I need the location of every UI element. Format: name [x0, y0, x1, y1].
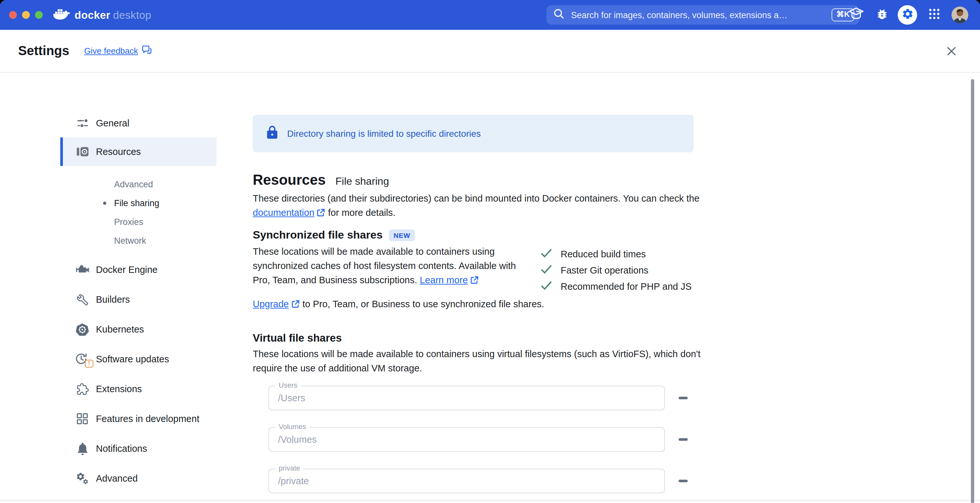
sidebar-item-resources[interactable]: Resources — [60, 137, 216, 166]
sidebar-item-extensions[interactable]: Extensions — [60, 375, 216, 403]
sidebar-item-proxies[interactable]: Proxies — [60, 213, 216, 231]
virtual-description: These locations will be made available t… — [253, 347, 706, 375]
check-icon — [541, 280, 552, 292]
sidebar-item-network[interactable]: Network — [60, 231, 216, 250]
feedback-icon — [142, 45, 152, 57]
minimize-window-button[interactable] — [22, 11, 30, 19]
features-icon — [75, 413, 89, 425]
file-sharing-panel: Directory sharing is limited to specific… — [253, 115, 694, 503]
update-warning-badge: ! — [85, 360, 93, 368]
check-icon — [541, 264, 552, 276]
titlebar: dockerdesktop ⌘K — [0, 0, 980, 30]
remove-share-button[interactable] — [675, 432, 691, 447]
upgrade-line: Upgrade to Pro, Team, or Business to use… — [253, 297, 694, 311]
apps-menu-button[interactable] — [925, 0, 943, 30]
sidebar-item-resources-advanced[interactable]: Advanced — [60, 175, 216, 194]
external-link-icon — [471, 274, 478, 288]
share-path-input[interactable] — [269, 469, 664, 493]
maximize-window-button[interactable] — [35, 11, 43, 19]
search-icon — [554, 8, 565, 22]
docker-engine-icon — [75, 264, 89, 275]
whale-icon — [53, 7, 70, 23]
check-icon — [541, 248, 552, 259]
learn-more-link[interactable]: Learn more — [420, 275, 468, 285]
close-window-button[interactable] — [9, 11, 17, 19]
synchronized-file-shares-heading: Synchronized file shares NEW — [253, 229, 694, 242]
remove-icon — [679, 480, 688, 482]
avatar — [951, 6, 968, 23]
active-bullet — [103, 202, 106, 205]
apps-grid-icon — [929, 8, 940, 21]
remove-icon — [679, 438, 688, 441]
new-badge: NEW — [389, 229, 415, 241]
banner-text: Directory sharing is limited to specific… — [287, 128, 481, 139]
directory-sharing-banner: Directory sharing is limited to specific… — [253, 115, 694, 152]
benefits-list: Reduced build times Faster Git operation… — [534, 246, 692, 294]
benefit-item: Reduced build times — [541, 246, 692, 262]
bug-icon — [876, 8, 889, 22]
docker-desktop-logo: dockerdesktop — [53, 0, 151, 30]
global-search[interactable]: ⌘K — [546, 5, 859, 25]
kubernetes-icon — [75, 323, 89, 336]
settings-button-active[interactable] — [898, 0, 917, 30]
software-updates-icon: ! — [75, 353, 89, 366]
share-row-users: Users — [268, 386, 691, 410]
share-row-volumes: Volumes — [268, 427, 691, 452]
share-path-input[interactable] — [269, 386, 664, 410]
close-settings-button[interactable] — [944, 43, 959, 59]
give-feedback-link[interactable]: Give feedback — [84, 45, 152, 57]
page-title: Settings — [18, 43, 69, 58]
external-link-icon — [317, 206, 325, 220]
resources-heading: Resources — [253, 172, 326, 189]
resources-subsections: Advanced File sharing Proxies Network — [60, 175, 216, 250]
documentation-link[interactable]: documentation — [253, 207, 314, 218]
resources-icon — [75, 146, 89, 158]
share-path-field[interactable]: private — [268, 469, 665, 493]
settings-content: General Resources Advanced — [0, 73, 980, 503]
advanced-icon — [75, 472, 89, 485]
share-path-field[interactable]: Volumes — [268, 427, 665, 452]
sidebar-item-notifications[interactable]: Notifications — [60, 434, 216, 463]
window-controls — [9, 11, 43, 19]
settings-sidebar: General Resources Advanced — [60, 109, 216, 493]
learning-center-icon — [848, 7, 864, 23]
sidebar-item-docker-engine[interactable]: Docker Engine — [60, 255, 216, 284]
notifications-icon — [75, 443, 89, 455]
learning-center-button[interactable] — [846, 0, 866, 30]
settings-header: Settings Give feedback — [0, 30, 980, 73]
extensions-icon — [75, 383, 89, 395]
intro-paragraph: These directories (and their subdirector… — [253, 191, 703, 220]
remove-share-button[interactable] — [675, 390, 691, 406]
file-sharing-subheading: File sharing — [336, 176, 389, 187]
gear-icon — [901, 8, 913, 22]
upgrade-link[interactable]: Upgrade — [253, 299, 289, 309]
share-path-field[interactable]: Users — [268, 386, 665, 410]
benefit-item: Recommended for PHP and JS — [541, 278, 692, 294]
sidebar-item-advanced[interactable]: Advanced — [60, 464, 216, 493]
share-path-input[interactable] — [269, 428, 664, 451]
synchronized-section: These locations will be made available t… — [253, 244, 694, 294]
lock-icon — [267, 126, 277, 141]
search-input[interactable] — [570, 10, 832, 21]
app-title: dockerdesktop — [75, 9, 151, 21]
remove-share-button[interactable] — [675, 473, 691, 489]
benefit-item: Faster Git operations — [541, 262, 692, 278]
sidebar-item-file-sharing[interactable]: File sharing — [60, 194, 216, 213]
share-row-private: private — [268, 469, 691, 493]
vertical-scrollbar[interactable] — [971, 79, 974, 503]
external-link-icon — [291, 298, 299, 312]
sidebar-item-software-updates[interactable]: ! Software updates — [60, 345, 216, 373]
section-heading: Resources File sharing — [253, 172, 694, 189]
sidebar-item-features-in-development[interactable]: Features in development — [60, 404, 216, 433]
sidebar-item-builders[interactable]: Builders — [60, 285, 216, 314]
builders-icon — [75, 293, 89, 306]
sidebar-item-kubernetes[interactable]: Kubernetes — [60, 315, 216, 344]
docker-desktop-window: dockerdesktop ⌘K — [0, 0, 980, 503]
sidebar-item-general[interactable]: General — [60, 109, 216, 137]
user-avatar-button[interactable] — [951, 0, 968, 30]
footer-divider — [0, 500, 980, 501]
shared-directories-list: Users Volumes private — [268, 386, 691, 493]
synchronized-description: These locations will be made available t… — [253, 244, 534, 294]
general-icon — [75, 117, 89, 129]
troubleshoot-button[interactable] — [873, 0, 891, 30]
